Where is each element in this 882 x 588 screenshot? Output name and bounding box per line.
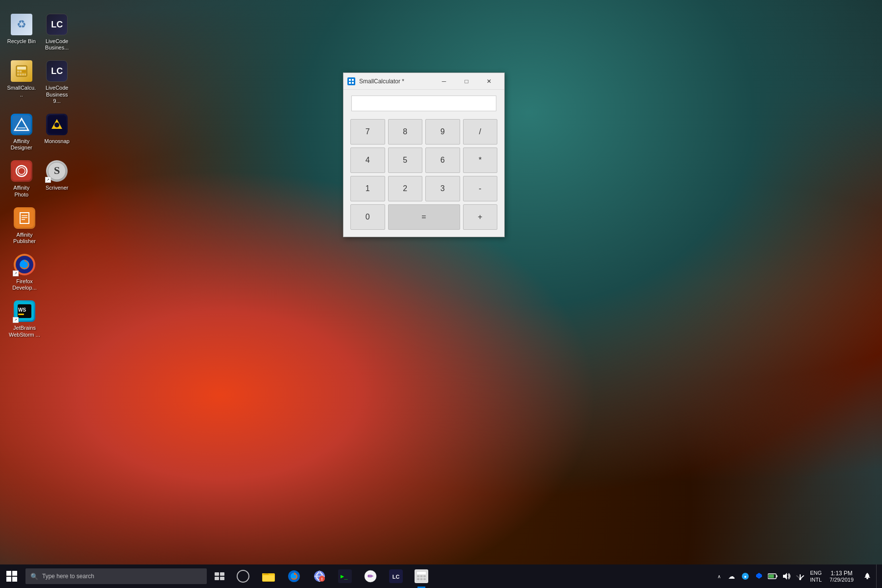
icon-label-firefox: FirefoxDevelop... <box>12 278 37 291</box>
svg-rect-39 <box>12 577 17 582</box>
start-button[interactable] <box>0 564 24 588</box>
icon-recycle-bin[interactable]: ♻ Recycle Bin <box>5 10 38 54</box>
svg-rect-69 <box>423 578 426 580</box>
vpn-icon: ! <box>313 569 326 583</box>
taskbar-livecode[interactable]: LC <box>383 564 409 588</box>
icon-label-livecode-2: LiveCodeBusiness 9... <box>43 85 72 104</box>
tray-battery-icon[interactable] <box>766 564 780 588</box>
calc-btn-9[interactable]: 9 <box>425 119 460 145</box>
calc-btn-1[interactable]: 1 <box>350 176 385 201</box>
notification-button[interactable] <box>858 564 876 588</box>
shortcut-arrow: ↗ <box>45 177 51 183</box>
icon-livecode-business-9[interactable]: LC LiveCodeBusiness 9... <box>41 56 74 107</box>
calculator-window: SmallCalculator * ─ □ ✕ 7 8 9 / 4 5 6 * … <box>343 73 505 237</box>
show-desktop-button[interactable] <box>876 564 880 588</box>
icon-smallcalc[interactable]: SmallCalcu... <box>5 56 38 107</box>
taskbar-terminal[interactable]: ▶_ <box>332 564 358 588</box>
svg-point-44 <box>237 570 249 582</box>
svg-text:!: ! <box>321 577 323 582</box>
icon-affinity-designer[interactable]: AffinityDesigner <box>5 110 38 154</box>
calc-btn-2[interactable]: 2 <box>388 176 423 201</box>
icon-label-scrivener: Scrivener <box>46 185 68 191</box>
close-button[interactable]: ✕ <box>478 73 500 90</box>
window-controls: ─ □ ✕ <box>433 73 500 90</box>
svg-rect-65 <box>420 575 423 577</box>
clock[interactable]: 1:13 PM 7/29/2019 <box>825 564 858 588</box>
search-box[interactable]: 🔍 Type here to search <box>25 568 207 584</box>
calc-btn-6[interactable]: 6 <box>425 147 460 173</box>
calc-btn-multiply[interactable]: * <box>463 147 498 173</box>
icon-label-webstorm: JetBrainsWebStorm ... <box>9 325 40 338</box>
icon-livecode-business-1[interactable]: LC LiveCodeBusines... <box>41 10 74 54</box>
recycle-bin-icon: ♻ <box>11 14 32 35</box>
svg-rect-5 <box>17 74 19 75</box>
tray-cloud-icon[interactable]: ☁ <box>725 564 738 588</box>
icon-affinity-publisher[interactable]: AffinityPublisher <box>5 203 44 247</box>
icon-scrivener[interactable]: S ↗ Scrivener <box>41 156 74 200</box>
tray-volume-icon[interactable] <box>780 564 793 588</box>
calc-btn-0[interactable]: 0 <box>350 204 385 230</box>
svg-rect-40 <box>215 572 219 576</box>
terminal-icon: ▶_ <box>338 569 352 583</box>
tray-dot-icon[interactable]: ● <box>738 564 752 588</box>
icon-label-affinity-photo: AffinityPhoto <box>13 185 29 197</box>
search-icon: 🔍 <box>30 573 38 580</box>
shortcut-arrow-firefox: ↗ <box>13 270 19 276</box>
cortana-button[interactable] <box>230 564 256 588</box>
language-indicator[interactable]: ENG INTL <box>807 564 825 588</box>
icon-label-recycle-bin: Recycle Bin <box>7 38 36 45</box>
svg-rect-30 <box>18 314 24 315</box>
calc-btn-divide[interactable]: / <box>463 119 498 145</box>
svg-rect-7 <box>22 74 24 75</box>
taskbar-inkscape[interactable]: ✏ <box>358 564 383 588</box>
taskbar-file-explorer[interactable] <box>256 564 281 588</box>
calc-btn-4[interactable]: 4 <box>350 147 385 173</box>
icon-webstorm[interactable]: WS ↗ JetBrainsWebStorm ... <box>5 296 44 341</box>
maximize-button[interactable]: □ <box>455 73 478 90</box>
calc-btn-8[interactable]: 8 <box>388 119 423 145</box>
svg-rect-4 <box>22 71 26 73</box>
affinity-designer-icon <box>11 114 32 135</box>
taskbar-firefox[interactable] <box>281 564 307 588</box>
livecode-icon-2: LC <box>46 60 68 82</box>
calc-btn-add[interactable]: + <box>463 204 498 230</box>
calc-btn-5[interactable]: 5 <box>388 147 423 173</box>
svg-point-79 <box>799 578 801 580</box>
calc-display-input[interactable] <box>351 96 496 111</box>
calc-title-text: SmallCalculator * <box>359 78 433 85</box>
system-tray: ∧ ☁ ● <box>711 564 882 588</box>
svg-rect-64 <box>417 575 419 577</box>
tray-network-icon[interactable] <box>793 564 807 588</box>
inkscape-icon: ✏ <box>364 569 377 583</box>
icon-label-smallcalc: SmallCalcu... <box>7 85 36 98</box>
svg-rect-33 <box>352 79 354 81</box>
icon-affinity-photo[interactable]: AffinityPhoto <box>5 156 38 200</box>
cortana-icon <box>236 569 250 583</box>
livecode-icon-1: LC <box>46 14 68 35</box>
monosnap-icon <box>46 114 68 135</box>
svg-rect-32 <box>349 79 351 81</box>
calc-btn-7[interactable]: 7 <box>350 119 385 145</box>
minimize-button[interactable]: ─ <box>433 73 455 90</box>
svg-rect-42 <box>215 577 219 580</box>
task-view-button[interactable] <box>209 564 230 588</box>
calc-btn-subtract[interactable]: - <box>463 176 498 201</box>
calc-btn-3[interactable]: 3 <box>425 176 460 201</box>
taskbar-calculator[interactable] <box>409 564 434 588</box>
calc-title-icon <box>347 77 355 85</box>
svg-text:●: ● <box>744 574 747 579</box>
calc-display-area <box>343 90 504 114</box>
svg-rect-3 <box>20 71 22 73</box>
svg-rect-77 <box>769 575 774 578</box>
tray-overflow-button[interactable]: ∧ <box>713 564 725 588</box>
icon-firefox-dev[interactable]: ↗ FirefoxDevelop... <box>5 250 44 294</box>
calc-titlebar[interactable]: SmallCalculator * ─ □ ✕ <box>343 73 504 90</box>
taskbar-vpn[interactable]: ! <box>307 564 332 588</box>
calc-btn-equals[interactable]: = <box>388 204 460 230</box>
svg-point-14 <box>54 122 59 127</box>
svg-rect-36 <box>6 571 11 576</box>
svg-rect-67 <box>417 578 419 580</box>
icon-monosnap[interactable]: Monosnap <box>41 110 74 154</box>
svg-rect-43 <box>220 577 224 580</box>
tray-dropbox-icon[interactable] <box>752 564 766 588</box>
